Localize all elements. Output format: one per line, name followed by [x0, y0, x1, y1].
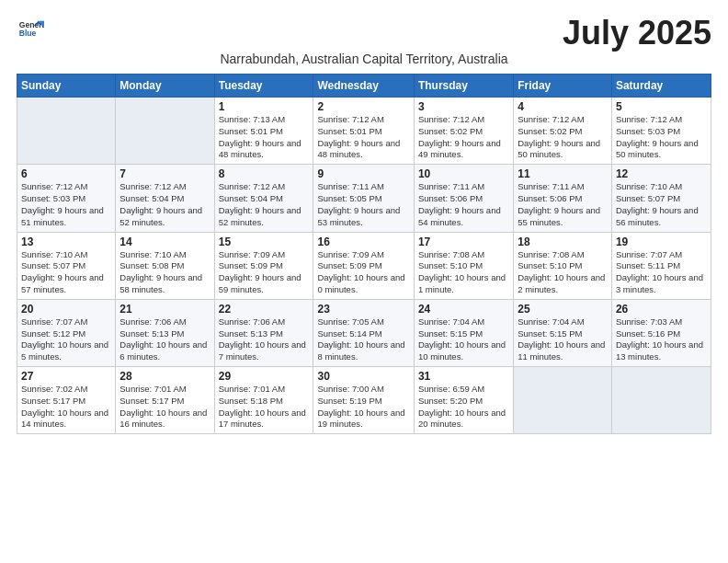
- calendar-week-row: 1Sunrise: 7:13 AM Sunset: 5:01 PM Daylig…: [17, 98, 711, 165]
- calendar-cell: 4Sunrise: 7:12 AM Sunset: 5:02 PM Daylig…: [514, 98, 612, 165]
- calendar-week-row: 13Sunrise: 7:10 AM Sunset: 5:07 PM Dayli…: [17, 232, 711, 299]
- day-info: Sunrise: 7:00 AM Sunset: 5:19 PM Dayligh…: [317, 384, 409, 431]
- day-number: 21: [119, 303, 210, 316]
- page: General Blue July 2025 Narrabundah, Aust…: [0, 0, 728, 563]
- calendar-cell: 16Sunrise: 7:09 AM Sunset: 5:09 PM Dayli…: [313, 232, 414, 299]
- day-number: 1: [219, 100, 310, 113]
- calendar-cell: 30Sunrise: 7:00 AM Sunset: 5:19 PM Dayli…: [313, 367, 414, 434]
- calendar-cell: 23Sunrise: 7:05 AM Sunset: 5:14 PM Dayli…: [313, 299, 414, 366]
- day-number: 30: [317, 370, 409, 383]
- calendar-week-row: 27Sunrise: 7:02 AM Sunset: 5:17 PM Dayli…: [17, 367, 711, 434]
- subtitle: Narrabundah, Australian Capital Territor…: [17, 52, 711, 66]
- day-number: 7: [119, 167, 210, 180]
- day-info: Sunrise: 7:11 AM Sunset: 5:05 PM Dayligh…: [317, 181, 409, 228]
- header-friday: Friday: [514, 75, 612, 98]
- calendar-week-row: 20Sunrise: 7:07 AM Sunset: 5:12 PM Dayli…: [17, 299, 711, 366]
- calendar-cell: 22Sunrise: 7:06 AM Sunset: 5:13 PM Dayli…: [214, 299, 313, 366]
- day-number: 19: [616, 236, 707, 248]
- day-number: 4: [518, 100, 608, 113]
- calendar-cell: 17Sunrise: 7:08 AM Sunset: 5:10 PM Dayli…: [414, 232, 513, 299]
- calendar-cell: 15Sunrise: 7:09 AM Sunset: 5:09 PM Dayli…: [214, 232, 313, 299]
- day-number: 15: [219, 236, 310, 248]
- calendar-cell: 18Sunrise: 7:08 AM Sunset: 5:10 PM Dayli…: [514, 232, 612, 299]
- day-info: Sunrise: 7:08 AM Sunset: 5:10 PM Dayligh…: [518, 249, 608, 296]
- calendar-cell: 6Sunrise: 7:12 AM Sunset: 5:03 PM Daylig…: [17, 165, 116, 232]
- day-number: 8: [219, 167, 310, 180]
- weekday-header-row: Sunday Monday Tuesday Wednesday Thursday…: [17, 75, 711, 98]
- calendar-cell: [514, 367, 612, 434]
- header: General Blue July 2025: [17, 17, 711, 50]
- day-number: 25: [518, 303, 608, 316]
- day-info: Sunrise: 7:08 AM Sunset: 5:10 PM Dayligh…: [418, 249, 509, 296]
- calendar-cell: 25Sunrise: 7:04 AM Sunset: 5:15 PM Dayli…: [514, 299, 612, 366]
- day-number: 10: [418, 167, 509, 180]
- header-monday: Monday: [116, 75, 214, 98]
- calendar-cell: 9Sunrise: 7:11 AM Sunset: 5:05 PM Daylig…: [313, 165, 414, 232]
- header-saturday: Saturday: [611, 75, 711, 98]
- day-info: Sunrise: 7:12 AM Sunset: 5:04 PM Dayligh…: [219, 181, 310, 228]
- calendar-cell: 12Sunrise: 7:10 AM Sunset: 5:07 PM Dayli…: [611, 165, 711, 232]
- calendar-cell: 28Sunrise: 7:01 AM Sunset: 5:17 PM Dayli…: [116, 367, 214, 434]
- day-info: Sunrise: 7:04 AM Sunset: 5:15 PM Dayligh…: [418, 316, 509, 363]
- calendar-cell: 24Sunrise: 7:04 AM Sunset: 5:15 PM Dayli…: [414, 299, 513, 366]
- calendar-cell: 26Sunrise: 7:03 AM Sunset: 5:16 PM Dayli…: [611, 299, 711, 366]
- header-wednesday: Wednesday: [313, 75, 414, 98]
- month-title: July 2025: [563, 17, 711, 50]
- calendar-cell: 1Sunrise: 7:13 AM Sunset: 5:01 PM Daylig…: [214, 98, 313, 165]
- day-info: Sunrise: 7:12 AM Sunset: 5:01 PM Dayligh…: [317, 114, 409, 161]
- calendar-cell: 27Sunrise: 7:02 AM Sunset: 5:17 PM Dayli…: [17, 367, 116, 434]
- calendar-cell: [17, 98, 116, 165]
- day-number: 9: [317, 167, 409, 180]
- day-info: Sunrise: 7:06 AM Sunset: 5:13 PM Dayligh…: [119, 316, 210, 363]
- day-number: 5: [616, 100, 707, 113]
- calendar-cell: 13Sunrise: 7:10 AM Sunset: 5:07 PM Dayli…: [17, 232, 116, 299]
- day-info: Sunrise: 7:10 AM Sunset: 5:07 PM Dayligh…: [21, 249, 111, 296]
- header-tuesday: Tuesday: [214, 75, 313, 98]
- calendar-cell: 10Sunrise: 7:11 AM Sunset: 5:06 PM Dayli…: [414, 165, 513, 232]
- day-number: 26: [616, 303, 707, 316]
- calendar-cell: 31Sunrise: 6:59 AM Sunset: 5:20 PM Dayli…: [414, 367, 513, 434]
- calendar-cell: 5Sunrise: 7:12 AM Sunset: 5:03 PM Daylig…: [611, 98, 711, 165]
- day-info: Sunrise: 7:12 AM Sunset: 5:03 PM Dayligh…: [616, 114, 707, 161]
- day-info: Sunrise: 6:59 AM Sunset: 5:20 PM Dayligh…: [418, 384, 509, 431]
- day-info: Sunrise: 7:10 AM Sunset: 5:08 PM Dayligh…: [119, 249, 210, 296]
- day-number: 18: [518, 236, 608, 248]
- calendar-cell: [611, 367, 711, 434]
- day-number: 6: [21, 167, 111, 180]
- logo: General Blue: [17, 17, 44, 42]
- calendar-cell: 7Sunrise: 7:12 AM Sunset: 5:04 PM Daylig…: [116, 165, 214, 232]
- calendar-cell: 8Sunrise: 7:12 AM Sunset: 5:04 PM Daylig…: [214, 165, 313, 232]
- day-info: Sunrise: 7:12 AM Sunset: 5:04 PM Dayligh…: [119, 181, 210, 228]
- calendar-cell: 14Sunrise: 7:10 AM Sunset: 5:08 PM Dayli…: [116, 232, 214, 299]
- calendar-cell: 21Sunrise: 7:06 AM Sunset: 5:13 PM Dayli…: [116, 299, 214, 366]
- calendar-cell: 19Sunrise: 7:07 AM Sunset: 5:11 PM Dayli…: [611, 232, 711, 299]
- day-info: Sunrise: 7:07 AM Sunset: 5:12 PM Dayligh…: [21, 316, 111, 363]
- day-info: Sunrise: 7:11 AM Sunset: 5:06 PM Dayligh…: [518, 181, 608, 228]
- calendar-cell: 3Sunrise: 7:12 AM Sunset: 5:02 PM Daylig…: [414, 98, 513, 165]
- day-number: 27: [21, 370, 111, 383]
- day-info: Sunrise: 7:09 AM Sunset: 5:09 PM Dayligh…: [317, 249, 409, 296]
- header-sunday: Sunday: [17, 75, 116, 98]
- logo-icon: General Blue: [18, 17, 44, 42]
- day-info: Sunrise: 7:01 AM Sunset: 5:17 PM Dayligh…: [119, 384, 210, 431]
- calendar-week-row: 6Sunrise: 7:12 AM Sunset: 5:03 PM Daylig…: [17, 165, 711, 232]
- day-number: 24: [418, 303, 509, 316]
- day-number: 31: [418, 370, 509, 383]
- day-info: Sunrise: 7:12 AM Sunset: 5:02 PM Dayligh…: [418, 114, 509, 161]
- day-number: 16: [317, 236, 409, 248]
- day-number: 28: [119, 370, 210, 383]
- day-number: 14: [119, 236, 210, 248]
- day-info: Sunrise: 7:12 AM Sunset: 5:02 PM Dayligh…: [518, 114, 608, 161]
- day-number: 11: [518, 167, 608, 180]
- day-info: Sunrise: 7:13 AM Sunset: 5:01 PM Dayligh…: [219, 114, 310, 161]
- day-number: 20: [21, 303, 111, 316]
- header-thursday: Thursday: [414, 75, 513, 98]
- day-info: Sunrise: 7:11 AM Sunset: 5:06 PM Dayligh…: [418, 181, 509, 228]
- calendar-cell: 29Sunrise: 7:01 AM Sunset: 5:18 PM Dayli…: [214, 367, 313, 434]
- day-info: Sunrise: 7:10 AM Sunset: 5:07 PM Dayligh…: [616, 181, 707, 228]
- calendar-cell: 2Sunrise: 7:12 AM Sunset: 5:01 PM Daylig…: [313, 98, 414, 165]
- day-info: Sunrise: 7:07 AM Sunset: 5:11 PM Dayligh…: [616, 249, 707, 296]
- day-number: 23: [317, 303, 409, 316]
- day-info: Sunrise: 7:02 AM Sunset: 5:17 PM Dayligh…: [21, 384, 111, 431]
- calendar-cell: [116, 98, 214, 165]
